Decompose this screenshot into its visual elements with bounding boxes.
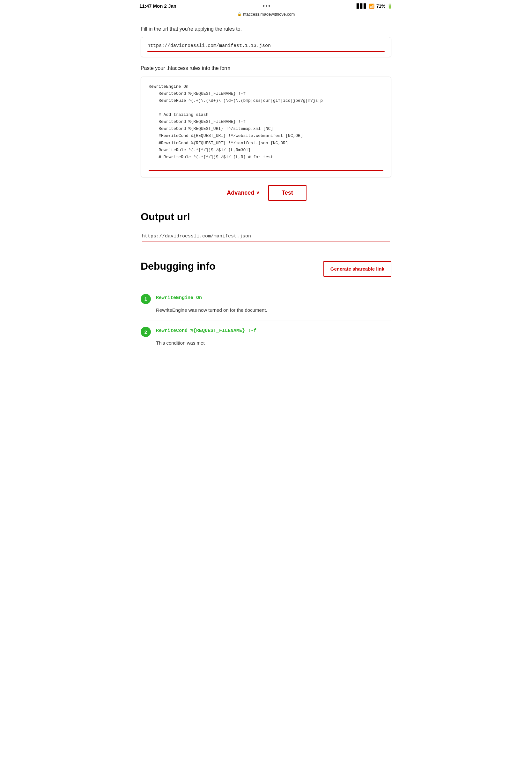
debug-rule-1: RewriteEngine On [156, 294, 202, 301]
status-center [263, 5, 270, 7]
output-url-underline [142, 242, 390, 242]
dot-3 [269, 5, 270, 7]
section-divider [141, 250, 391, 250]
dot-2 [266, 5, 267, 7]
main-content: Fill in the url that you're applying the… [133, 19, 399, 356]
debug-description-1: RewriteEngine was now turned on for the … [156, 307, 391, 314]
htaccess-section-label: Paste your .htaccess rules into the form [141, 65, 391, 72]
url-display: htaccess.madewithlove.com [243, 12, 295, 17]
wifi-icon: 📶 [369, 4, 374, 9]
status-right: ▋▋▋ 📶 71% 🔋 [357, 4, 393, 9]
output-url-wrapper: https://davidroessli.com/manifest.json [141, 228, 391, 247]
advanced-label: Advanced [227, 190, 254, 196]
debug-description-2: This condition was met [156, 340, 391, 347]
url-input[interactable] [147, 43, 385, 48]
advanced-button[interactable]: Advanced ∨ [226, 187, 261, 199]
generate-link-button[interactable]: Generate shareable link [323, 261, 391, 277]
battery-icon: 🔋 [387, 4, 393, 9]
debug-item-2: 2 RewriteCond %{REQUEST_FILENAME} !-f Th… [141, 320, 391, 350]
action-row: Advanced ∨ Test [141, 185, 391, 201]
url-input-card [141, 37, 391, 57]
battery-level: 71% [376, 4, 385, 9]
url-section-label: Fill in the url that you're applying the… [141, 26, 391, 33]
htaccess-textarea[interactable]: RewriteEngine On RewriteCond %{REQUEST_F… [149, 83, 383, 166]
debug-item-1: 1 RewriteEngine On RewriteEngine was now… [141, 287, 391, 321]
debug-item-1-header: 1 RewriteEngine On [141, 294, 391, 304]
url-underline [147, 51, 385, 52]
debugging-heading: Debugging info [141, 261, 216, 272]
status-bar: 11:47 Mon 2 Jan ▋▋▋ 📶 71% 🔋 [133, 0, 399, 11]
lock-icon: 🔒 [237, 12, 242, 16]
htaccess-underline [149, 170, 383, 171]
signal-icon: ▋▋▋ [357, 4, 367, 9]
debug-number-2: 2 [141, 327, 151, 337]
dot-1 [263, 5, 264, 7]
chevron-down-icon: ∨ [256, 190, 259, 195]
status-time-date: 11:47 Mon 2 Jan [139, 3, 176, 9]
address-bar: 🔒 htaccess.madewithlove.com [133, 11, 399, 19]
test-button[interactable]: Test [268, 185, 306, 201]
debug-number-1: 1 [141, 294, 151, 304]
debugging-header: Debugging info Generate shareable link [141, 261, 391, 277]
output-url-heading: Output url [141, 211, 391, 223]
debug-rule-2: RewriteCond %{REQUEST_FILENAME} !-f [156, 327, 256, 334]
output-url-value: https://davidroessli.com/manifest.json [142, 234, 251, 239]
debug-item-2-header: 2 RewriteCond %{REQUEST_FILENAME} !-f [141, 327, 391, 337]
htaccess-card: RewriteEngine On RewriteCond %{REQUEST_F… [141, 77, 391, 178]
